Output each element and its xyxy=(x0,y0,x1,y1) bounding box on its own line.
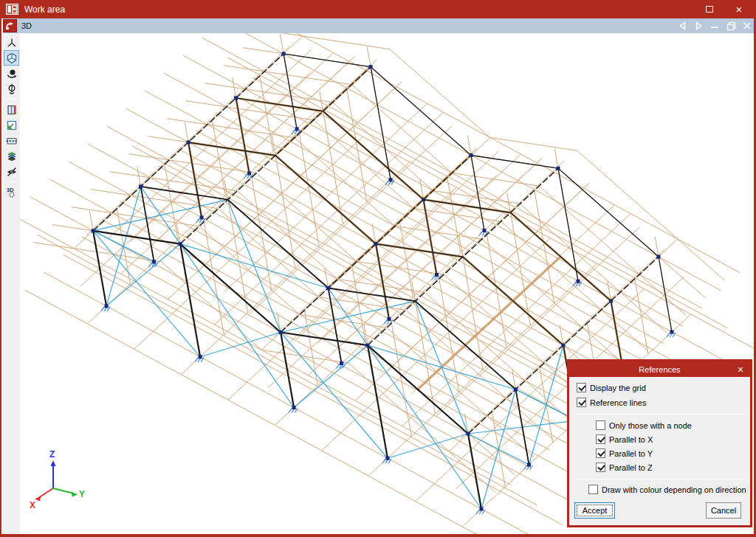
window-title: Work area xyxy=(24,4,695,15)
maximize-button[interactable] xyxy=(695,0,724,18)
view-3d-cube-icon xyxy=(6,52,18,64)
layers-button[interactable] xyxy=(4,148,19,164)
checkbox-draw-with-colour[interactable]: Draw with colour depending on direction xyxy=(588,484,746,495)
bar-node-tool-icon xyxy=(6,37,18,49)
checkbox-box xyxy=(577,398,586,407)
subwindow-title: 3D xyxy=(21,21,32,30)
settings-3d-icon: 3D xyxy=(5,186,18,198)
toolbar-separator xyxy=(5,181,18,182)
checkbox-box xyxy=(596,462,605,472)
checkbox-box xyxy=(596,420,605,430)
redraw-window-icon xyxy=(6,104,18,116)
orbit-view-button[interactable] xyxy=(4,66,19,81)
rotate-model-button[interactable] xyxy=(4,81,19,97)
subwindow-bar[interactable]: 3D xyxy=(3,18,755,33)
checkbox-box xyxy=(577,383,586,392)
svg-text:Z: Z xyxy=(49,449,55,460)
svg-text:Y: Y xyxy=(79,489,85,499)
close-button[interactable]: × xyxy=(724,0,754,18)
rotate-model-icon xyxy=(6,83,18,95)
hide-elements-icon xyxy=(6,166,18,178)
app-icon xyxy=(6,4,18,15)
hide-elements-button[interactable] xyxy=(4,164,19,179)
left-toolbar: 3D xyxy=(3,33,20,534)
redraw-window-button[interactable] xyxy=(4,102,19,117)
view-3d-cube-button[interactable] xyxy=(4,50,19,66)
nav-next-button[interactable] xyxy=(690,18,707,33)
nav-previous-button[interactable] xyxy=(674,18,690,33)
checkbox-only-those-with-a-node[interactable]: Only those with a node xyxy=(596,420,692,431)
maximize-icon xyxy=(706,6,713,13)
bar-node-tool-button[interactable] xyxy=(4,35,19,50)
references-dialog-titlebar[interactable]: References × xyxy=(569,361,750,377)
app-window: Work area × 3D xyxy=(0,0,756,537)
svg-text:3D: 3D xyxy=(7,187,14,193)
orbit-view-icon xyxy=(6,68,18,80)
checkbox-display-the-grid[interactable]: Display the grid xyxy=(577,382,646,393)
references-dialog: References × Display the grid Reference … xyxy=(567,359,752,527)
checkbox-box xyxy=(588,485,598,494)
restore-subwindow-button[interactable] xyxy=(723,18,739,33)
section-plane-icon xyxy=(6,135,18,147)
svg-text:X: X xyxy=(30,500,35,510)
close-subwindow-button[interactable] xyxy=(739,18,755,33)
references-close-button[interactable]: × xyxy=(731,364,750,375)
title-bar[interactable]: Work area × xyxy=(1,0,754,18)
minimize-subwindow-button[interactable] xyxy=(707,18,723,33)
checkbox-box xyxy=(596,448,605,458)
settings-3d-button[interactable]: 3D xyxy=(4,184,19,200)
checkbox-parallel-to-x[interactable]: Parallel to X xyxy=(596,434,653,445)
zoom-region-button[interactable] xyxy=(4,117,19,133)
zoom-region-icon xyxy=(6,119,18,131)
checkbox-box xyxy=(596,434,605,444)
section-plane-button[interactable] xyxy=(4,133,19,148)
subwindow-menu-icon[interactable] xyxy=(3,19,17,32)
checkbox-parallel-to-z[interactable]: Parallel to Z xyxy=(596,462,653,473)
cancel-button[interactable]: Cancel xyxy=(706,502,741,519)
checkbox-parallel-to-y[interactable]: Parallel to Y xyxy=(596,448,653,459)
references-dialog-title: References xyxy=(569,365,731,374)
layers-icon xyxy=(6,150,18,162)
checkbox-reference-lines[interactable]: Reference lines xyxy=(577,397,646,408)
dialog-separator xyxy=(575,479,744,479)
accept-button[interactable]: Accept xyxy=(574,502,615,519)
toolbar-separator xyxy=(5,99,18,100)
dialog-separator xyxy=(575,414,744,415)
close-icon: × xyxy=(736,4,743,15)
